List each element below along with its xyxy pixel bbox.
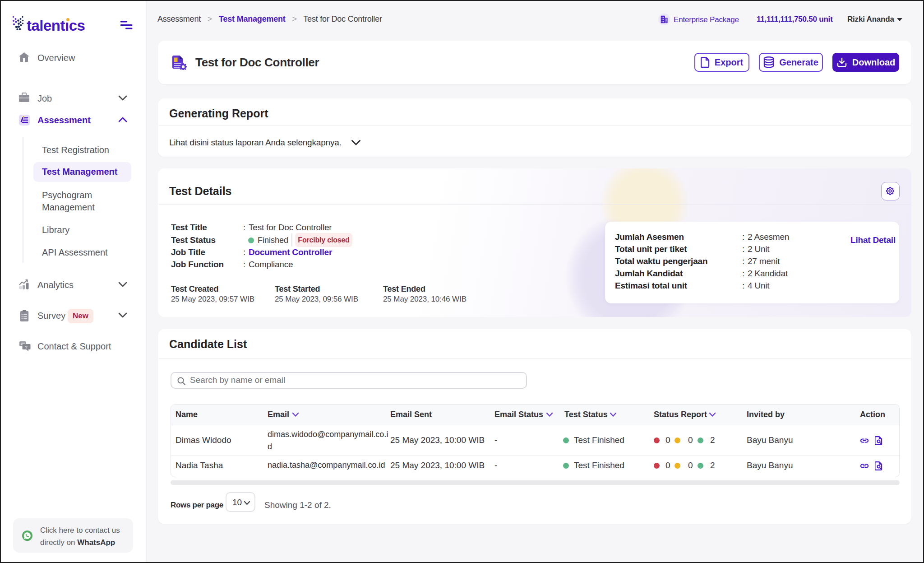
svg-text:?: ?: [25, 345, 28, 349]
